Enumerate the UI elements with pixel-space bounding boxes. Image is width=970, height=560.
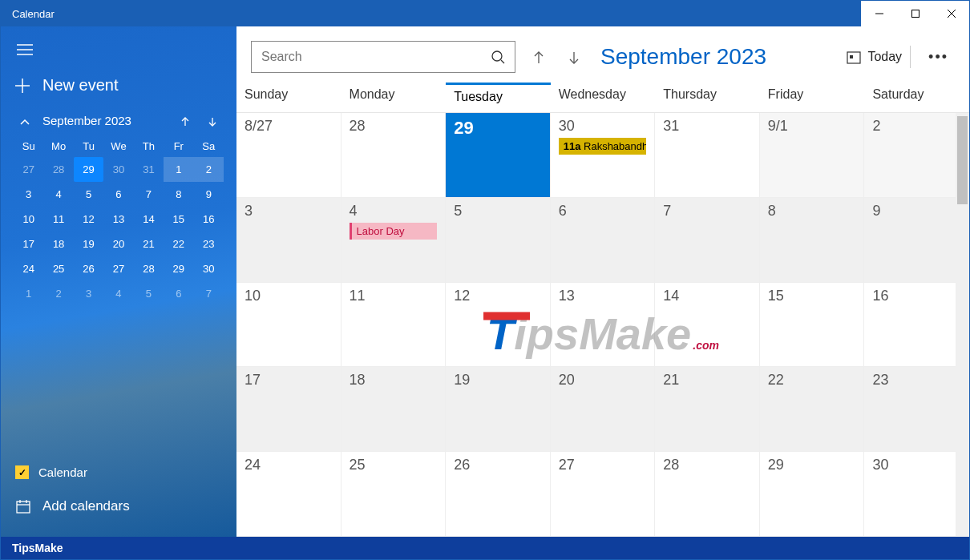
minical-day[interactable]: 19 <box>74 232 103 256</box>
minical-day[interactable]: 27 <box>103 256 133 281</box>
minical-day[interactable]: 16 <box>194 207 224 232</box>
minical-month-label[interactable]: September 2023 <box>42 114 131 127</box>
minical-day[interactable]: 22 <box>164 232 193 256</box>
calendar-cell[interactable]: 3 <box>236 198 342 283</box>
minical-day[interactable]: 28 <box>134 256 164 281</box>
close-button[interactable] <box>933 1 969 26</box>
calendar-cell[interactable]: 21 <box>655 367 760 452</box>
calendar-cell[interactable]: 17 <box>236 367 342 452</box>
calendar-cell[interactable]: 11 <box>342 283 447 368</box>
more-button[interactable]: ••• <box>922 49 955 66</box>
minical-day[interactable]: 8 <box>164 182 193 207</box>
calendar-cell[interactable]: 9 <box>864 198 969 283</box>
calendar-cell[interactable]: 10 <box>236 283 342 368</box>
minical-day[interactable]: 6 <box>164 281 193 306</box>
today-button[interactable]: Today <box>839 46 911 68</box>
minical-day[interactable]: 17 <box>14 232 43 256</box>
day-header: Wednesday <box>551 83 656 112</box>
calendar-cell[interactable]: 29 <box>760 452 865 537</box>
event-item[interactable]: Labor Day <box>350 223 438 240</box>
calendar-cell[interactable]: 4Labor Day <box>342 198 447 283</box>
minical-day[interactable]: 29 <box>74 157 103 182</box>
calendar-cell[interactable]: 7 <box>655 198 760 283</box>
calendar-cell[interactable]: 6 <box>551 198 656 283</box>
minical-day[interactable]: 25 <box>43 256 73 281</box>
scrollbar[interactable] <box>956 113 969 537</box>
calendar-cell[interactable]: 28 <box>655 452 760 537</box>
calendar-cell[interactable]: 24 <box>236 452 342 537</box>
minical-day[interactable]: 9 <box>194 182 224 207</box>
calendar-cell[interactable]: 13 <box>551 283 656 368</box>
calendar-cell[interactable]: 5 <box>446 198 551 283</box>
month-title[interactable]: September 2023 <box>600 44 827 70</box>
minical-day[interactable]: 15 <box>164 207 193 232</box>
minical-day[interactable]: 10 <box>14 207 43 232</box>
minical-day[interactable]: 4 <box>103 281 133 306</box>
calendar-cell[interactable]: 19 <box>446 367 551 452</box>
calendar-cell[interactable]: 22 <box>760 367 865 452</box>
calendar-cell[interactable]: 2 <box>864 113 969 198</box>
calendar-cell[interactable]: 29 <box>446 113 551 198</box>
next-month-button[interactable] <box>562 47 586 66</box>
minical-day[interactable]: 11 <box>43 207 73 232</box>
calendar-cell[interactable]: 16 <box>864 283 969 368</box>
minical-day[interactable]: 5 <box>74 182 103 207</box>
new-event-button[interactable]: New event <box>1 68 236 103</box>
minical-day[interactable]: 30 <box>194 256 224 281</box>
minical-day[interactable]: 14 <box>134 207 164 232</box>
minical-day[interactable]: 3 <box>14 182 43 207</box>
calendar-cell[interactable]: 8 <box>760 198 865 283</box>
minical-prev-icon[interactable] <box>176 114 195 127</box>
minimize-button[interactable] <box>861 1 897 26</box>
minical-day[interactable]: 30 <box>103 157 133 182</box>
calendar-cell[interactable]: 27 <box>551 452 656 537</box>
prev-month-button[interactable] <box>527 47 551 66</box>
minical-day[interactable]: 23 <box>194 232 224 256</box>
calendar-cell[interactable]: 8/27 <box>236 113 342 198</box>
calendar-cell[interactable]: 3011a Rakshabandhan <box>551 113 656 198</box>
calendar-cell[interactable]: 30 <box>864 452 969 537</box>
minical-day[interactable]: 20 <box>103 232 133 256</box>
minical-day[interactable]: 6 <box>103 182 133 207</box>
scrollbar-thumb[interactable] <box>957 116 968 204</box>
minical-day[interactable]: 7 <box>134 182 164 207</box>
calendar-checkbox-row[interactable]: ✓ Calendar <box>15 457 222 487</box>
search-input[interactable] <box>261 50 491 64</box>
hamburger-button[interactable] <box>1 36 236 63</box>
minical-day[interactable]: 28 <box>43 157 73 182</box>
minical-day[interactable]: 13 <box>103 207 133 232</box>
minical-collapse-icon[interactable] <box>15 114 34 127</box>
minical-day[interactable]: 5 <box>134 281 164 306</box>
minical-day[interactable]: 31 <box>134 157 164 182</box>
minical-next-icon[interactable] <box>203 114 222 127</box>
minical-day[interactable]: 1 <box>164 157 193 182</box>
calendar-cell[interactable]: 15 <box>760 283 865 368</box>
minical-day[interactable]: 18 <box>43 232 73 256</box>
minical-day[interactable]: 1 <box>14 281 43 306</box>
add-calendars-button[interactable]: Add calendars <box>15 487 222 526</box>
minical-day[interactable]: 3 <box>74 281 103 306</box>
search-box[interactable] <box>251 41 515 73</box>
minical-day[interactable]: 2 <box>43 281 73 306</box>
minical-day[interactable]: 7 <box>194 281 224 306</box>
minical-day[interactable]: 12 <box>74 207 103 232</box>
minical-day[interactable]: 26 <box>74 256 103 281</box>
calendar-cell[interactable]: 9/1 <box>760 113 865 198</box>
calendar-cell[interactable]: 18 <box>342 367 447 452</box>
minical-day[interactable]: 4 <box>43 182 73 207</box>
calendar-cell[interactable]: 28 <box>342 113 447 198</box>
minical-day[interactable]: 24 <box>14 256 43 281</box>
calendar-cell[interactable]: 26 <box>446 452 551 537</box>
minical-day[interactable]: 27 <box>14 157 43 182</box>
event-item[interactable]: 11a Rakshabandhan <box>559 138 647 155</box>
minical-day[interactable]: 21 <box>134 232 164 256</box>
calendar-cell[interactable]: 31 <box>655 113 760 198</box>
maximize-button[interactable] <box>897 1 933 26</box>
calendar-cell[interactable]: 25 <box>342 452 447 537</box>
calendar-cell[interactable]: 23 <box>864 367 969 452</box>
calendar-cell[interactable]: 12 <box>446 283 551 368</box>
calendar-cell[interactable]: 14 <box>655 283 760 368</box>
minical-day[interactable]: 29 <box>164 256 193 281</box>
minical-day[interactable]: 2 <box>194 157 224 182</box>
calendar-cell[interactable]: 20 <box>551 367 656 452</box>
